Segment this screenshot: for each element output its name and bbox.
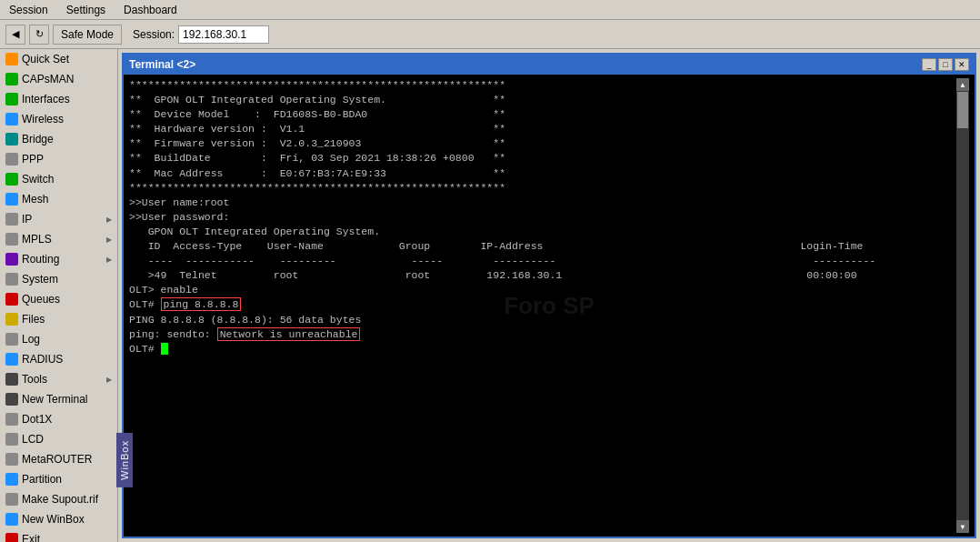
terminal-line: ****************************************… [129,78,944,93]
terminal-window: Terminal <2> _ □ ✕ *********************… [122,53,976,538]
sidebar-item-system[interactable]: System [0,269,117,289]
sidebar-label-partition: Partition [22,473,62,486]
ppp-icon [5,153,18,166]
interfaces-icon [5,93,18,105]
sidebar-item-mpls[interactable]: MPLS [0,229,117,249]
radius-icon [5,353,18,366]
terminal-line: OLT# ping 8.8.8.8 [129,297,944,312]
terminal-line: ** Mac Address : E0:67:B3:7A:E9:33 ** [129,166,944,181]
sidebar-item-make-supout[interactable]: Make Supout.rif [0,489,117,509]
capsman-icon [5,73,18,85]
sidebar: Quick SetCAPsMANInterfacesWirelessBridge… [0,49,118,542]
sidebar-item-lcd[interactable]: LCD [0,429,117,449]
terminal-line: ** Device Model : FD1608S-B0-BDA0 ** [129,107,944,122]
sidebar-item-dot1x[interactable]: Dot1X [0,409,117,429]
scrollbar-thumb[interactable] [957,92,968,128]
make-supout-icon [5,493,18,506]
sidebar-item-tools[interactable]: Tools [0,369,117,389]
terminal-titlebar: Terminal <2> _ □ ✕ [124,55,975,75]
session-input[interactable] [178,25,269,44]
terminal-line: >>User name:root [129,196,944,210]
log-icon [5,333,18,346]
scrollbar-up[interactable]: ▲ [956,78,969,91]
metarouter-icon [5,453,18,466]
winbox-label: WinBox [116,433,133,487]
sidebar-label-new-terminal: New Terminal [22,393,87,406]
terminal-body[interactable]: ****************************************… [124,75,975,537]
new-terminal-icon [5,393,18,406]
exit-icon [5,533,18,542]
menu-bar: Session Settings Dashboard [0,0,980,20]
system-icon [5,273,18,286]
sidebar-label-log: Log [22,333,40,346]
menu-session[interactable]: Session [4,3,54,17]
ip-icon [5,213,18,226]
sidebar-label-ppp: PPP [22,153,44,166]
sidebar-item-mesh[interactable]: Mesh [0,189,117,209]
sidebar-label-mesh: Mesh [22,193,48,206]
tools-icon [5,373,18,386]
content-area: Terminal <2> _ □ ✕ *********************… [118,49,980,542]
terminal-line: ---- ----------- --------- ----- -------… [129,254,944,268]
sidebar-label-ip: IP [22,213,32,226]
terminal-line: OLT> enable [129,283,944,297]
terminal-line: OLT# [129,342,944,356]
terminal-scrollbar[interactable]: ▲ ▼ [956,78,969,533]
sidebar-label-switch: Switch [22,173,54,186]
sidebar-item-exit[interactable]: Exit [0,529,117,542]
terminal-cursor [161,343,168,355]
menu-settings[interactable]: Settings [61,3,111,17]
terminal-line: ****************************************… [129,181,944,196]
terminal-line: PING 8.8.8.8 (8.8.8.8): 56 data bytes [129,313,944,327]
safe-mode-button[interactable]: Safe Mode [53,25,122,45]
sidebar-label-mpls: MPLS [22,233,52,246]
sidebar-item-files[interactable]: Files [0,309,117,329]
error-highlight: Network is unreachable [217,327,361,341]
sidebar-label-tools: Tools [22,373,47,386]
sidebar-item-radius[interactable]: RADIUS [0,349,117,369]
sidebar-item-ppp[interactable]: PPP [0,149,117,169]
sidebar-item-new-winbox[interactable]: New WinBox [0,509,117,529]
sidebar-label-wireless: Wireless [22,113,64,125]
terminal-minimize-button[interactable]: _ [922,58,936,71]
terminal-line: ** BuildDate : Fri, 03 Sep 2021 18:38:26… [129,151,944,166]
sidebar-item-queues[interactable]: Queues [0,289,117,309]
scrollbar-down[interactable]: ▼ [956,520,969,533]
files-icon [5,313,18,326]
terminal-line: ** Hardware version : V1.1 ** [129,122,944,136]
scrollbar-track[interactable] [956,91,969,520]
sidebar-item-partition[interactable]: Partition [0,469,117,489]
sidebar-item-bridge[interactable]: Bridge [0,129,117,149]
terminal-maximize-button[interactable]: □ [938,58,953,71]
sidebar-label-bridge: Bridge [22,133,54,146]
routing-icon [5,253,18,266]
sidebar-item-routing[interactable]: Routing [0,249,117,269]
sidebar-label-metarouter: MetaROUTER [22,453,92,466]
sidebar-item-switch[interactable]: Switch [0,169,117,189]
sidebar-item-new-terminal[interactable]: New Terminal [0,389,117,409]
terminal-title: Terminal <2> [129,58,195,71]
toolbar: ◀ ↻ Safe Mode Session: [0,20,980,49]
terminal-controls: _ □ ✕ [922,58,969,71]
sidebar-item-interfaces[interactable]: Interfaces [0,89,117,109]
sidebar-item-quick-set[interactable]: Quick Set [0,49,117,69]
sidebar-label-radius: RADIUS [22,353,63,366]
sidebar-item-metarouter[interactable]: MetaROUTER [0,449,117,469]
sidebar-item-capsman[interactable]: CAPsMAN [0,69,117,89]
sidebar-label-make-supout: Make Supout.rif [22,493,98,506]
back-button[interactable]: ◀ [5,25,25,45]
terminal-line: ** Firmware version : V2.0.3_210903 ** [129,136,944,151]
bridge-icon [5,133,18,146]
sidebar-item-log[interactable]: Log [0,329,117,349]
sidebar-label-routing: Routing [22,253,59,266]
refresh-button[interactable]: ↻ [29,25,49,45]
lcd-icon [5,433,18,446]
menu-dashboard[interactable]: Dashboard [118,3,183,17]
quick-set-icon [5,53,18,65]
session-label: Session: [133,28,175,41]
sidebar-item-ip[interactable]: IP [0,209,117,229]
sidebar-label-files: Files [22,313,45,326]
sidebar-item-wireless[interactable]: Wireless [0,109,117,129]
sidebar-label-system: System [22,273,58,286]
terminal-close-button[interactable]: ✕ [955,58,969,71]
